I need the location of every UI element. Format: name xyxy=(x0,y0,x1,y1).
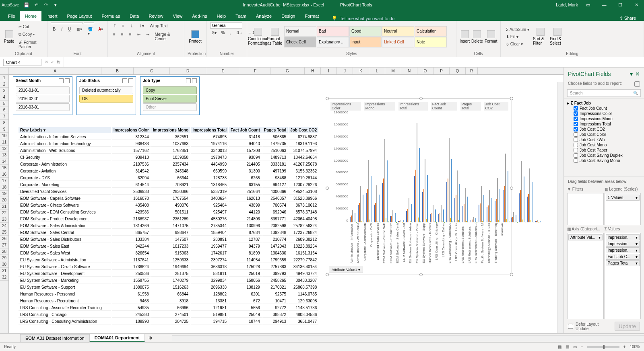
currency-button[interactable]: $▾ xyxy=(210,29,219,36)
normal-view-icon[interactable]: ▦ xyxy=(558,345,561,349)
fill-color-button[interactable]: 🪣▾ xyxy=(86,26,95,37)
pane-options-icon[interactable]: ▾ xyxy=(630,71,633,77)
clear-filter-icon[interactable] xyxy=(192,78,197,83)
merge-center-button[interactable]: Merge & Center xyxy=(153,31,181,42)
style-input[interactable]: Input xyxy=(349,37,382,47)
insert-cells-button[interactable]: Insert xyxy=(460,24,470,49)
tab-review[interactable]: Review xyxy=(144,11,168,21)
qat-customize-icon[interactable]: ▾ xyxy=(52,1,59,8)
undo-icon[interactable]: ↶ xyxy=(33,1,40,8)
chart-plot-area[interactable] xyxy=(350,111,507,222)
format-painter-button[interactable]: 🖌 Format Painter xyxy=(17,39,44,50)
zoom-slider[interactable] xyxy=(587,346,619,348)
row-header[interactable]: 6 xyxy=(0,107,8,113)
slicer-job-status[interactable]: Job Status Deleted automatically OK xyxy=(76,76,136,115)
row-header[interactable]: 15 xyxy=(0,165,8,171)
horizontal-scrollbar[interactable] xyxy=(172,335,644,341)
fx-icon[interactable]: fx xyxy=(57,60,60,65)
column-header[interactable]: Q xyxy=(450,68,466,74)
style-neutral[interactable]: Neutral xyxy=(382,26,414,37)
slicer-item[interactable]: Print Server xyxy=(143,95,197,103)
legend-area[interactable]: Σ Values▾ xyxy=(605,193,641,225)
multiselect-icon[interactable] xyxy=(122,78,127,83)
zoom-in-button[interactable]: + xyxy=(623,345,626,349)
row-header[interactable]: 17 xyxy=(0,178,8,184)
conditional-formatting-button[interactable]: Conditional Formatting xyxy=(250,24,266,49)
row-header[interactable]: 32 xyxy=(0,274,8,281)
vertical-scrollbar[interactable] xyxy=(557,82,564,333)
tab-view[interactable]: View xyxy=(168,11,188,21)
multiselect-icon[interactable] xyxy=(186,78,191,83)
zoom-out-button[interactable]: − xyxy=(581,345,583,349)
slicer-item[interactable]: 2016-03-01 xyxy=(16,103,70,111)
row-header[interactable]: 25 xyxy=(0,229,8,236)
column-header[interactable]: A xyxy=(9,68,101,74)
row-header[interactable]: 11 xyxy=(0,139,8,146)
row-header[interactable]: 22 xyxy=(0,210,8,216)
clear-button[interactable]: ◇ Clear ▾ xyxy=(504,41,531,47)
tab-data[interactable]: Data xyxy=(125,11,144,21)
sort-filter-button[interactable]: Sort & Filter xyxy=(533,24,548,49)
row-header[interactable]: 16 xyxy=(0,171,8,178)
formula-bar[interactable] xyxy=(64,57,644,67)
name-box[interactable]: Chart 4 xyxy=(3,59,41,66)
delete-cells-button[interactable]: Delete xyxy=(471,24,483,49)
column-header[interactable]: K xyxy=(353,68,369,74)
pivot-field[interactable]: Job Cost Mono xyxy=(567,142,641,148)
underline-button[interactable]: U xyxy=(66,26,73,37)
find-select-button[interactable]: Find & Select xyxy=(550,24,565,49)
close-pane-icon[interactable]: ✕ xyxy=(635,71,640,77)
cut-button[interactable]: ✂ Cut xyxy=(17,23,44,30)
copy-button[interactable]: ⧉ Copy ▾ xyxy=(17,31,44,38)
align-top-button[interactable]: ⤒ xyxy=(111,23,118,29)
slicer-select-month[interactable]: Select Month 2016-01-01 2016-02-01 2016-… xyxy=(13,76,72,115)
style-bad[interactable]: Bad xyxy=(317,26,349,37)
autosave-toggle[interactable]: AutoSave xyxy=(2,3,19,7)
autosum-button[interactable]: Σ AutoSum ▾ xyxy=(504,26,531,33)
pivot-field[interactable]: Job Cost Color xyxy=(567,132,641,137)
slicer-item[interactable]: 2016-02-01 xyxy=(16,95,70,103)
row-header[interactable]: 18 xyxy=(0,184,8,191)
row-header[interactable]: 13 xyxy=(0,152,8,158)
user-name[interactable]: Ladd, Mark xyxy=(556,2,578,7)
resize-handle[interactable] xyxy=(326,273,329,276)
comma-button[interactable]: , xyxy=(227,29,233,36)
pivot-field[interactable]: Job Cost Saving Duplex xyxy=(567,153,641,158)
column-header[interactable]: D xyxy=(170,68,206,74)
row-header[interactable]: 10 xyxy=(0,133,8,139)
pivot-table-node[interactable]: ▸ Σ Fact Job xyxy=(567,101,641,106)
tab-team[interactable]: Team xyxy=(231,11,251,21)
row-header[interactable]: 23 xyxy=(0,216,8,223)
style-check-cell[interactable]: Check Cell xyxy=(284,37,316,47)
pivot-field[interactable]: Job Cost Paper xyxy=(567,148,641,153)
pivot-field[interactable]: Impressions Mono xyxy=(567,116,641,121)
tab-format[interactable]: Format xyxy=(300,11,324,21)
tab-page-layout[interactable]: Page Layout xyxy=(62,11,97,21)
style-normal[interactable]: Normal xyxy=(284,26,316,37)
column-header[interactable]: I xyxy=(321,68,337,74)
sheet-tab[interactable]: EOMIA01 Department xyxy=(89,334,145,342)
font-size-selector[interactable] xyxy=(84,23,94,24)
cell-styles-gallery[interactable]: Normal Bad Good Neutral Calculation Chec… xyxy=(284,26,447,47)
zoom-level[interactable]: 100% xyxy=(630,345,640,349)
percent-button[interactable]: % xyxy=(219,29,227,36)
paste-button[interactable]: Paste xyxy=(3,24,15,49)
format-as-table-button[interactable]: Format as Table xyxy=(267,24,283,49)
align-bottom-button[interactable]: ⤓ xyxy=(128,23,135,29)
slicer-item[interactable]: Deleted automatically xyxy=(79,86,133,94)
row-header[interactable]: 28 xyxy=(0,248,8,255)
protect-button[interactable]: Protect xyxy=(188,24,203,49)
tab-analyze[interactable]: Analyze xyxy=(251,11,277,21)
pivot-field[interactable]: Job Cost Saving Mono xyxy=(567,158,641,163)
multiselect-icon[interactable] xyxy=(59,78,64,83)
align-center-button[interactable]: ≡ xyxy=(119,31,126,42)
chart-field-buttons[interactable]: Impressions ColorImpressions MonoImpress… xyxy=(330,102,508,111)
style-note[interactable]: Note xyxy=(415,37,447,47)
column-header[interactable]: G xyxy=(270,68,305,74)
row-header[interactable]: 19 xyxy=(0,191,8,197)
slicer-item[interactable]: OK xyxy=(79,95,133,103)
row-header[interactable]: 5 xyxy=(0,101,8,107)
column-header[interactable]: P xyxy=(433,68,450,74)
tab-home[interactable]: Home xyxy=(20,11,41,21)
row-header[interactable]: 12 xyxy=(0,146,8,152)
